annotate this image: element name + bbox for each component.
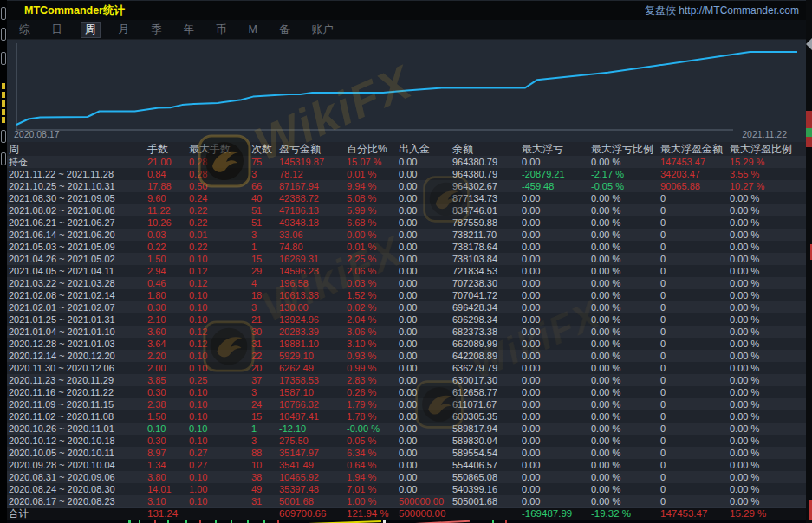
cell: 964380.79 (451, 156, 520, 168)
cell: 0.00 (397, 253, 451, 265)
cell: 7.01 % (345, 483, 397, 495)
menu-item-季[interactable]: 季 (147, 22, 166, 38)
cell: 9.94 % (345, 180, 397, 192)
cell: 0 (659, 253, 728, 265)
cell: 0 (659, 313, 728, 326)
cell: 0.64 % (345, 459, 397, 471)
cell: 0.00 (520, 435, 589, 447)
table-row[interactable]: 2020.08.31 ~ 2020.09.063.800.103810465.9… (7, 471, 806, 483)
cell: 2020.09.28 ~ 2020.10.04 (7, 459, 146, 471)
menu-item-币[interactable]: 币 (212, 22, 231, 38)
menu-item-备[interactable]: 备 (276, 22, 294, 38)
table-row[interactable]: 2021.06.21 ~ 2021.06.2710.260.225149348.… (7, 216, 806, 229)
cell: 0.00 % (589, 398, 659, 410)
cell: 0.00 (397, 410, 451, 423)
cell: 0.00 (397, 229, 451, 241)
cell: 2021.04.05 ~ 2021.04.11 (7, 265, 146, 277)
table-row[interactable]: 2020.10.12 ~ 2020.10.180.300.103275.500.… (7, 435, 806, 447)
table-row[interactable]: 2021.03.22 ~ 2021.03.280.460.124196.580.… (7, 277, 806, 289)
cell: 611071.67 (451, 398, 520, 410)
table-row[interactable]: 2021.04.26 ~ 2021.05.021.500.101516269.3… (7, 253, 806, 265)
cell: 0.00 (397, 459, 451, 471)
table-row[interactable]: 2021.02.08 ~ 2021.02.141.800.101810613.3… (7, 289, 806, 301)
brand-link[interactable]: 复盘侠 http://MTCommander.com (645, 3, 799, 18)
cell: 2.83 % (345, 374, 397, 386)
cell: 0.00 (397, 398, 451, 410)
cell: 0.00 (520, 362, 589, 374)
table-row[interactable]: 2021.05.03 ~ 2021.05.090.220.22174.800.0… (7, 241, 806, 253)
cell: 0.00 % (728, 423, 806, 435)
cell: 2020.11.30 ~ 2020.12.06 (7, 362, 146, 374)
table-row[interactable]: 2020.11.16 ~ 2020.11.220.300.1031587.100… (7, 386, 806, 398)
cell: 0.30 (146, 435, 187, 447)
cell: 0.00 % (728, 216, 806, 229)
cell: 0.00 % (728, 410, 806, 423)
table-row[interactable]: 2020.10.05 ~ 2020.10.118.970.278835147.9… (7, 447, 806, 459)
cell: -2.17 % (589, 168, 659, 180)
cell: 3.55 % (728, 168, 806, 180)
table-row[interactable]: 2021.01.25 ~ 2021.01.312.100.102113924.9… (7, 313, 806, 326)
table-row[interactable]: 2021.06.14 ~ 2021.06.200.030.01333.060.0… (7, 229, 806, 241)
cell: 0.00 % (728, 204, 806, 216)
menu-item-综[interactable]: 综 (16, 22, 34, 38)
cell: 78.12 (277, 168, 345, 180)
table-row[interactable]: 2020.08.24 ~ 2020.08.3014.011.004935397.… (7, 483, 806, 495)
cell: 0.00 % (728, 301, 806, 313)
menu-item-账户[interactable]: 账户 (308, 22, 336, 38)
cell: 0.00 % (589, 423, 659, 435)
table-row[interactable]: 2020.09.28 ~ 2020.10.041.340.27103541.49… (7, 459, 806, 471)
cell: 33.06 (277, 229, 345, 241)
cell: 3.80 (146, 471, 187, 483)
cell: 0.00 (520, 459, 589, 471)
table-row[interactable]: 2021.04.05 ~ 2021.04.112.940.122914596.2… (7, 265, 806, 277)
cell: 51 (250, 204, 277, 216)
cell: 38 (250, 471, 277, 483)
table-row[interactable]: 2021.11.22 ~ 2021.11.280.840.28378.120.0… (7, 168, 806, 180)
cell: 0.00 (397, 156, 451, 168)
table-row[interactable]: 2020.11.02 ~ 2020.11.081.500.101510487.4… (7, 410, 806, 423)
menu-item-日[interactable]: 日 (49, 22, 67, 38)
cell: 275.50 (277, 435, 345, 447)
table-row[interactable]: 2020.11.09 ~ 2020.11.152.380.102410766.3… (7, 398, 806, 410)
table-row[interactable]: 2021.08.30 ~ 2021.09.059.600.244042388.7… (7, 192, 806, 204)
table-row[interactable]: 2020.12.28 ~ 2021.01.033.640.123119881.1… (7, 338, 806, 350)
cell: 87167.94 (277, 180, 345, 192)
cell: 19881.10 (277, 338, 345, 350)
table-row[interactable]: 2020.12.14 ~ 2020.12.202.200.10225929.10… (7, 350, 806, 362)
table-row[interactable]: 持仓21.000.2875145319.8715.07 %0.00964380.… (7, 156, 806, 168)
table-row[interactable]: 2021.01.04 ~ 2021.01.103.600.123020283.3… (7, 326, 806, 338)
menu-item-月[interactable]: 月 (115, 22, 133, 38)
cell: 2020.12.14 ~ 2020.12.20 (7, 350, 146, 362)
cell: 1.94 % (345, 471, 397, 483)
cell: 0.00 (397, 326, 451, 338)
cell: 90065.88 (659, 180, 728, 192)
cell: 0.00 % (728, 326, 806, 338)
table-row[interactable]: 2021.02.01 ~ 2021.02.070.300.103130.000.… (7, 301, 806, 313)
cell: 1.79 % (345, 398, 397, 410)
cell: 0.10 (187, 410, 250, 423)
cell: 0.00 % (589, 362, 659, 374)
cell: 0.27 (187, 459, 250, 471)
column-header: 手数 (146, 142, 187, 156)
cell: 0.10 (187, 471, 250, 483)
menu-item-周[interactable]: 周 (81, 22, 101, 38)
cell: 2020.11.02 ~ 2020.11.08 (7, 410, 146, 423)
cell: 0.00 (397, 313, 451, 326)
cell: 0.01 % (345, 168, 397, 180)
table-row[interactable]: 2020.11.23 ~ 2020.11.293.850.253717358.5… (7, 374, 806, 386)
cell: 0.00 (520, 447, 589, 459)
cell: 505001.68 (451, 495, 520, 507)
menu-item-M[interactable]: M (245, 23, 261, 36)
menu-item-年[interactable]: 年 (180, 22, 198, 38)
cell: 0.00 (520, 423, 589, 435)
cell: 14596.23 (277, 265, 345, 277)
table-row[interactable]: 2021.10.25 ~ 2021.10.3117.880.506687167.… (7, 180, 806, 192)
cell: 3.10 % (345, 338, 397, 350)
total-row[interactable]: 合计131.24609700.66121.94 %500000.00-16948… (7, 507, 806, 520)
table-row[interactable]: 2021.08.02 ~ 2021.08.0811.220.225147186.… (7, 204, 806, 216)
column-header: 最大手数 (187, 142, 250, 156)
cell: 554406.57 (451, 459, 520, 471)
table-row[interactable]: 2020.10.26 ~ 2020.11.010.100.101-12.10-0… (7, 423, 806, 435)
table-row[interactable]: 2020.08.17 ~ 2020.08.233.100.10315001.68… (7, 495, 806, 507)
table-row[interactable]: 2020.11.30 ~ 2020.12.062.000.10206262.49… (7, 362, 806, 374)
